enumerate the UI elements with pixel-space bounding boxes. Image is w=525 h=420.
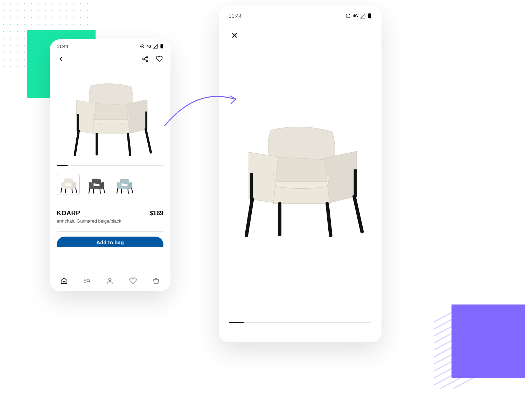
back-button[interactable] <box>57 55 64 62</box>
svg-line-33 <box>100 189 100 194</box>
status-bar: 11:44 4G <box>219 6 382 25</box>
product-price: $169 <box>149 210 163 217</box>
status-bar: 11:44 4G <box>50 39 170 53</box>
svg-line-35 <box>117 189 118 194</box>
top-app-bar <box>50 53 170 64</box>
status-time: 11:44 <box>57 44 68 49</box>
svg-line-31 <box>89 189 90 194</box>
svg-line-20 <box>144 59 146 60</box>
battery-icon <box>160 44 163 49</box>
svg-line-43 <box>89 281 90 282</box>
svg-rect-14 <box>161 44 163 48</box>
fullscreen-product-image[interactable] <box>219 47 382 322</box>
image-pagination[interactable] <box>57 165 163 166</box>
status-time: 11:44 <box>229 13 242 19</box>
color-variants <box>57 174 163 195</box>
svg-line-6 <box>434 315 525 364</box>
svg-point-17 <box>143 58 145 60</box>
phone-fullscreen-image: 11:44 4G <box>219 6 382 342</box>
svg-point-44 <box>109 278 111 280</box>
svg-line-7 <box>434 322 525 371</box>
close-button[interactable] <box>231 32 238 38</box>
nav-home[interactable] <box>58 275 70 287</box>
svg-line-34 <box>104 188 105 193</box>
share-button[interactable] <box>142 55 149 62</box>
svg-line-27 <box>61 188 62 193</box>
svg-line-24 <box>146 129 151 152</box>
product-description: armchair, Gunnared beige/black <box>57 218 163 224</box>
nav-search[interactable] <box>81 275 93 287</box>
signal-icon <box>153 44 158 49</box>
image-pagination[interactable] <box>229 322 371 323</box>
add-to-bag-button[interactable]: Add to bag <box>57 237 163 247</box>
svg-point-42 <box>87 279 89 281</box>
svg-line-11 <box>434 350 525 388</box>
variant-grey[interactable] <box>85 174 108 195</box>
favorite-button[interactable] <box>156 55 163 62</box>
decor-diagonal-lines <box>434 308 525 388</box>
phone-product-page: 11:44 4G <box>50 39 170 291</box>
svg-line-23 <box>128 134 130 155</box>
nav-bag[interactable] <box>150 275 162 287</box>
variant-beige[interactable] <box>57 174 80 195</box>
svg-line-19 <box>144 57 146 58</box>
svg-line-8 <box>434 329 525 378</box>
svg-line-30 <box>76 188 77 193</box>
nav-favorites[interactable] <box>127 275 139 287</box>
svg-line-51 <box>246 199 252 236</box>
cta-label: Add to bag <box>96 239 124 245</box>
dnd-icon <box>140 44 145 49</box>
variant-blue[interactable] <box>113 174 136 195</box>
product-name: KOARP <box>57 210 80 217</box>
svg-line-21 <box>75 131 78 155</box>
svg-line-37 <box>128 189 128 194</box>
network-label: 4G <box>353 14 358 18</box>
svg-rect-47 <box>368 14 371 19</box>
svg-point-16 <box>146 56 148 58</box>
bottom-nav <box>50 271 170 291</box>
nav-account[interactable] <box>104 275 116 287</box>
battery-icon <box>368 13 372 19</box>
armchair-image <box>61 78 159 158</box>
divider <box>57 169 163 169</box>
network-label: 4G <box>147 44 151 48</box>
svg-line-9 <box>434 336 525 385</box>
svg-rect-15 <box>161 44 162 44</box>
svg-line-29 <box>72 189 72 193</box>
svg-line-5 <box>434 308 525 357</box>
svg-line-38 <box>132 188 133 193</box>
divider <box>57 231 163 232</box>
product-title-row: KOARP $169 <box>57 210 163 217</box>
svg-rect-48 <box>369 13 370 14</box>
product-hero-image[interactable] <box>55 71 165 158</box>
signal-icon <box>360 13 365 19</box>
svg-point-18 <box>146 60 148 62</box>
svg-line-53 <box>327 204 331 236</box>
dnd-icon <box>345 13 351 19</box>
svg-line-54 <box>354 196 362 232</box>
armchair-image-large <box>227 109 374 249</box>
